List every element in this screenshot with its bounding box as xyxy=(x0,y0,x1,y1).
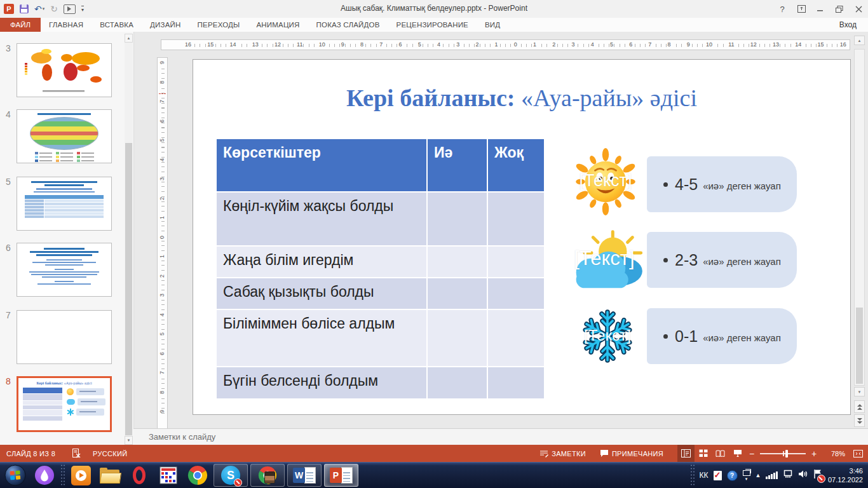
network-signal-icon[interactable] xyxy=(766,471,778,479)
table-row-3-no[interactable] xyxy=(488,310,544,366)
thumbnail-slide-6[interactable]: 6 xyxy=(17,243,112,297)
table-row-0-label[interactable]: Көңіл-күйім жақсы болды xyxy=(217,193,426,245)
scrollbar-thumb[interactable] xyxy=(856,308,863,384)
table-header-indicators[interactable]: Көрсеткіштер xyxy=(217,139,426,191)
volume-icon[interactable] xyxy=(798,470,808,481)
thumbnail-slide-7[interactable]: 7 xyxy=(17,310,112,364)
table-header-no[interactable]: Жоқ xyxy=(488,139,544,191)
slide-title[interactable]: Кері байланыс: «Ауа-райы» әдісі xyxy=(193,84,850,112)
tab-home[interactable]: ГЛАВНАЯ xyxy=(41,18,92,32)
thumbnail-slide-3[interactable]: 3 xyxy=(17,43,112,97)
scroll-down-button[interactable]: ▼ xyxy=(854,387,865,396)
table-row-4-label[interactable]: Бүгін белсенді болдым xyxy=(217,367,426,398)
table-row-4-yes[interactable] xyxy=(428,367,487,398)
thumbnail-slide-8-selected[interactable]: 8 Кері байланыс: «Ауа-райы» әдісі xyxy=(17,376,112,432)
reading-view-button[interactable] xyxy=(712,445,729,462)
thumbnail-scroll-down-button[interactable]: ▼ xyxy=(125,436,133,445)
zoom-level[interactable]: 78% xyxy=(822,450,845,458)
sun-icon[interactable]: [Текст] xyxy=(564,149,648,215)
scrollbar-track[interactable] xyxy=(854,49,865,386)
table-row-0-no[interactable] xyxy=(488,193,544,245)
undo-caret-icon[interactable]: ▾ xyxy=(43,6,45,11)
legend-box-2-3[interactable]: 2-3 «иә» деген жауап xyxy=(647,232,797,288)
previous-slide-button[interactable] xyxy=(854,400,865,413)
table-row-4-no[interactable] xyxy=(488,367,544,398)
ribbon-display-options-button[interactable] xyxy=(792,0,811,18)
fit-slide-to-window-button[interactable] xyxy=(849,445,867,462)
word-window-button[interactable]: W xyxy=(287,464,322,487)
thumbnail-scrollbar-thumb[interactable] xyxy=(125,143,132,435)
tab-review[interactable]: РЕЦЕНЗИРОВАНИЕ xyxy=(388,18,477,32)
scroll-up-button[interactable]: ▲ xyxy=(854,36,865,45)
tab-insert[interactable]: ВСТАВКА xyxy=(92,18,142,32)
help-button[interactable]: ? xyxy=(773,0,792,18)
start-slideshow-button[interactable] xyxy=(64,3,76,15)
tab-file[interactable]: ФАЙЛ xyxy=(0,18,41,32)
sun-behind-cloud-icon[interactable]: [Текст] xyxy=(561,227,648,292)
action-center-flag-icon[interactable] xyxy=(813,469,823,482)
legend-box-4-5[interactable]: 4-5 «иә» деген жауап xyxy=(647,156,797,212)
tab-slideshow[interactable]: ПОКАЗ СЛАЙДОВ xyxy=(308,18,388,32)
thumbnail-slide-5[interactable]: 5 xyxy=(17,177,112,231)
file-explorer-button[interactable] xyxy=(97,463,123,487)
notes-pane[interactable]: Заметки к слайду xyxy=(133,428,868,445)
restore-button[interactable] xyxy=(830,0,849,18)
table-row-3-yes[interactable] xyxy=(428,310,487,366)
comments-toggle-button[interactable]: ПРИМЕЧАНИЯ xyxy=(600,449,663,458)
feedback-table[interactable]: Көрсеткіштер Иә Жоқ Көңіл-күйім жақсы бо… xyxy=(217,139,544,398)
thumbnail-scrollbar[interactable]: ▲ ▼ xyxy=(125,34,133,445)
assistant-app-button[interactable] xyxy=(31,463,58,487)
legend-box-0-1[interactable]: 0-1 «иә» деген жауап xyxy=(647,308,797,364)
table-row-2-label[interactable]: Сабақ қызықты болды xyxy=(217,278,426,309)
lan-connection-icon[interactable] xyxy=(783,470,793,482)
grid-planner-button[interactable] xyxy=(155,463,182,487)
sign-in-link[interactable]: Вход xyxy=(839,18,868,32)
thumbnail-slide-4[interactable]: 4 xyxy=(17,109,112,163)
table-header-yes[interactable]: Иә xyxy=(428,139,487,191)
tab-design[interactable]: ДИЗАЙН xyxy=(142,18,189,32)
slide-sorter-view-button[interactable] xyxy=(695,445,712,462)
undo-button[interactable]: ↶▾ xyxy=(34,3,44,15)
minimize-button[interactable] xyxy=(811,0,830,18)
save-button[interactable] xyxy=(20,3,29,15)
media-player-button[interactable] xyxy=(67,463,94,487)
table-row-1-label[interactable]: Жаңа білім игердім xyxy=(217,247,426,277)
zoom-slider-thumb[interactable] xyxy=(785,450,788,458)
tray-window-icon[interactable]: ▾ xyxy=(743,470,750,481)
spell-check-button[interactable] xyxy=(72,449,81,458)
table-row-3-label[interactable]: Біліміммен бөлісе алдым xyxy=(217,310,426,366)
tray-help-icon[interactable]: ? xyxy=(727,470,738,481)
language-indicator[interactable]: КК xyxy=(700,471,709,480)
table-row-2-yes[interactable] xyxy=(428,278,487,309)
chrome-button[interactable] xyxy=(184,463,211,487)
chrome-profile-window-button[interactable] xyxy=(250,464,285,487)
tab-view[interactable]: ВИД xyxy=(477,18,508,32)
opera-button[interactable] xyxy=(126,463,153,487)
tab-animations[interactable]: АНИМАЦИЯ xyxy=(248,18,308,32)
redo-button[interactable]: ↻ xyxy=(50,3,58,15)
tab-transitions[interactable]: ПЕРЕХОДЫ xyxy=(189,18,248,32)
zoom-slider[interactable] xyxy=(760,445,806,462)
start-button[interactable] xyxy=(2,463,29,487)
close-button[interactable] xyxy=(849,0,868,18)
table-row-1-no[interactable] xyxy=(488,247,544,277)
normal-view-button[interactable] xyxy=(677,445,695,462)
taskbar-clock[interactable]: 3:46 07.12.2022 xyxy=(828,466,863,485)
slide-canvas[interactable]: Кері байланыс: «Ауа-райы» әдісі Көрсеткі… xyxy=(193,59,851,415)
zoom-out-button[interactable]: − xyxy=(746,449,757,459)
table-row-0-yes[interactable] xyxy=(428,193,487,245)
table-row-2-no[interactable] xyxy=(488,278,544,309)
next-slide-button[interactable] xyxy=(854,414,865,427)
powerpoint-window-button[interactable]: P xyxy=(324,464,358,487)
tray-tasks-icon[interactable]: ✓ xyxy=(714,471,722,480)
thumbnail-scroll-up-button[interactable]: ▲ xyxy=(125,34,133,43)
slideshow-view-button[interactable] xyxy=(729,445,746,462)
snowflake-icon[interactable]: [Текст] xyxy=(569,304,646,368)
notes-toggle-button[interactable]: ЗАМЕТКИ xyxy=(539,449,586,458)
show-hidden-icons-button[interactable]: ▲ xyxy=(756,472,761,478)
customize-qat-button[interactable]: ▾ xyxy=(81,3,84,15)
language-button[interactable]: РУССКИЙ xyxy=(93,450,127,458)
zoom-in-button[interactable]: + xyxy=(808,449,820,459)
skype-window-button[interactable]: S xyxy=(214,464,248,487)
table-row-1-yes[interactable] xyxy=(428,247,487,277)
